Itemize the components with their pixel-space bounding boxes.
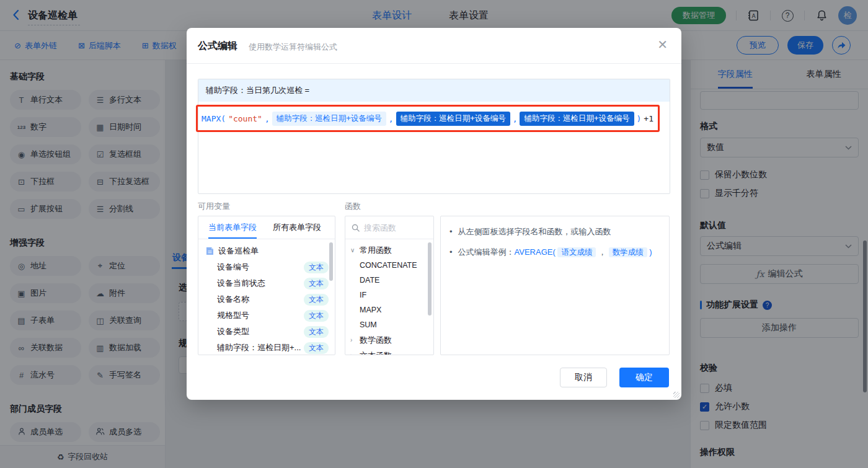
function-item-sum[interactable]: SUM (345, 317, 433, 332)
variable-row[interactable]: 规格型号文本 (198, 307, 335, 324)
variable-row[interactable]: 设备类型文本 (198, 324, 335, 340)
functions-label: 函数 (345, 201, 361, 212)
functions-panel: ∨常用函数 CONCATENATE DATE IF MAPX SUM ›数学函数… (345, 216, 434, 355)
field-token-selected[interactable]: 辅助字段：巡检日期+设备编号 (520, 112, 634, 126)
tab-current-form-fields[interactable]: 当前表单字段 (208, 216, 257, 239)
function-item-date[interactable]: DATE (345, 273, 433, 288)
function-item-concatenate[interactable]: CONCATENATE (345, 258, 433, 273)
field-token[interactable]: 辅助字段：巡检日期+设备编号 (272, 112, 386, 126)
function-item-if[interactable]: IF (345, 288, 433, 302)
tips-panel: •从左侧面板选择字段名和函数，或输入函数 • 公式编辑举例：AVERAGE( 语… (440, 216, 670, 355)
example-token: 语文成绩 (557, 247, 596, 257)
type-badge: 文本 (304, 342, 329, 354)
variable-row[interactable]: 设备编号文本 (198, 259, 335, 275)
cancel-button[interactable]: 取消 (560, 368, 607, 387)
function-group-text[interactable]: ›文本函数 (345, 348, 433, 355)
function-search-input[interactable] (364, 223, 420, 232)
type-badge: 文本 (304, 278, 329, 289)
tree-node-form[interactable]: 设备巡检单 (198, 243, 335, 259)
variable-row[interactable]: 设备名称文本 (198, 291, 335, 307)
function-group-math[interactable]: ›数学函数 (345, 332, 433, 348)
example-function: AVERAGE( (515, 247, 556, 257)
formula-suffix: +1 (644, 114, 653, 123)
scrollbar-thumb[interactable] (428, 242, 432, 316)
formula-string-arg: "count" (228, 114, 262, 123)
type-badge: 文本 (304, 294, 329, 306)
formula-expression[interactable]: MAPX("count", 辅助字段：巡检日期+设备编号 , 辅助字段：巡检日期… (202, 107, 653, 130)
function-search[interactable] (345, 216, 433, 239)
formula-editor-box[interactable]: 辅助字段：当日第几次巡检 = (198, 79, 670, 194)
tip-example-line: • 公式编辑举例：AVERAGE( 语文成绩 ， 数学成绩 ) (450, 246, 660, 258)
app-root: 设备巡检单 表单设计 表单设置 数据管理 A ? 检 ⊘表单外链 ⊠后端脚本 ⊞… (0, 0, 868, 468)
variables-label: 可用变量 (198, 201, 230, 212)
field-token-selected[interactable]: 辅助字段：巡检日期+设备编号 (396, 112, 510, 126)
document-icon (206, 247, 214, 255)
type-badge: 文本 (304, 262, 329, 273)
caret-right-icon: › (350, 337, 356, 343)
variable-row[interactable]: 辅助字段：巡检日期+...文本 (198, 340, 335, 355)
caret-right-icon: › (350, 352, 356, 355)
example-token: 数学成绩 (609, 247, 647, 257)
formula-editor-modal: 公式编辑 使用数学运算符编辑公式 ✕ 辅助字段：当日第几次巡检 = MAPX("… (187, 28, 681, 400)
confirm-button[interactable]: 确定 (619, 368, 669, 387)
close-icon[interactable]: ✕ (657, 38, 668, 51)
formula-target-label: 辅助字段：当日第几次巡检 = (198, 79, 670, 102)
modal-header: 公式编辑 使用数学运算符编辑公式 ✕ (187, 28, 681, 64)
modal-subtitle: 使用数学运算符编辑公式 (249, 42, 337, 53)
variable-row[interactable]: 设备当前状态文本 (198, 275, 335, 291)
scrollbar-thumb[interactable] (329, 242, 333, 281)
variables-panel: 当前表单字段 所有表单字段 设备巡检单 设备编号文本 设备当前状态文本 设备名称… (198, 216, 335, 355)
tip-line: •从左侧面板选择字段名和函数，或输入函数 (450, 226, 660, 238)
function-group-common[interactable]: ∨常用函数 (345, 242, 433, 258)
caret-down-icon: ∨ (350, 247, 356, 254)
tab-all-form-fields[interactable]: 所有表单字段 (273, 216, 321, 239)
type-badge: 文本 (304, 326, 329, 338)
modal-title: 公式编辑 (198, 40, 237, 53)
search-icon (352, 224, 360, 232)
variables-tree: 设备巡检单 设备编号文本 设备当前状态文本 设备名称文本 规格型号文本 设备类型… (198, 239, 335, 355)
formula-function-name: MAPX( (202, 114, 226, 123)
modal-resize-handle[interactable] (673, 392, 680, 398)
type-badge: 文本 (304, 310, 329, 322)
function-item-mapx[interactable]: MAPX (345, 302, 433, 317)
